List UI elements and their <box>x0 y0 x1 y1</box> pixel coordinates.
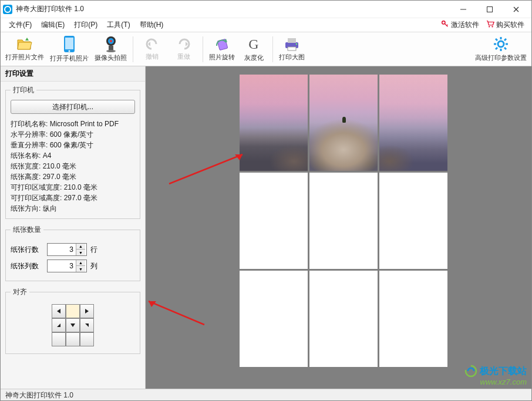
key-icon <box>441 20 449 30</box>
activate-link[interactable]: 激活软件 <box>437 19 483 31</box>
svg-line-31 <box>496 48 497 49</box>
menubar: 文件(F) 编辑(E) 打印(P) 工具(T) 帮助(H) 激活软件 购买软件 <box>1 18 531 32</box>
open-phone-button[interactable]: 打开手机照片 <box>48 33 91 65</box>
redo-button[interactable]: 重做 <box>169 33 199 65</box>
align-center[interactable] <box>66 304 80 318</box>
hres-label: 水平分辨率: <box>11 130 48 139</box>
grayscale-button[interactable]: G 灰度化 <box>238 33 269 65</box>
cols-spin-up[interactable]: ▲ <box>76 260 85 266</box>
align-empty-2[interactable] <box>66 332 80 346</box>
rows-spin-down[interactable]: ▼ <box>76 250 85 255</box>
select-printer-button[interactable]: 选择打印机... <box>11 100 135 114</box>
rotate-label: 照片旋转 <box>209 53 235 62</box>
pages-legend: 纸张数量 <box>11 225 43 235</box>
camera-label: 摄像头拍照 <box>95 53 127 62</box>
camera-button[interactable]: 摄像头拍照 <box>92 33 129 65</box>
menu-edit[interactable]: 编辑(E) <box>36 19 69 31</box>
svg-marker-35 <box>149 301 156 307</box>
close-button[interactable] <box>503 1 529 18</box>
align-empty-1[interactable] <box>52 332 66 346</box>
page-grid <box>240 75 447 367</box>
rows-input[interactable] <box>48 244 76 255</box>
buy-link[interactable]: 购买软件 <box>483 19 528 31</box>
menu-help[interactable]: 帮助(H) <box>135 19 169 31</box>
redo-label: 重做 <box>177 52 190 61</box>
advanced-settings-button[interactable]: 高级打印参数设置 <box>473 33 529 65</box>
pheight-value: 297.0 毫米 <box>43 173 76 181</box>
undo-icon <box>144 37 160 51</box>
camera-icon <box>103 36 119 52</box>
orient-value: 纵向 <box>43 204 57 213</box>
undo-label: 撤销 <box>146 52 159 61</box>
align-down-left[interactable] <box>52 318 66 332</box>
vres-value: 600 像素/英寸 <box>50 141 94 149</box>
photo-tile <box>379 75 447 171</box>
grayscale-label: 灰度化 <box>244 53 264 62</box>
menu-tools[interactable]: 工具(T) <box>102 19 134 31</box>
svg-line-6 <box>447 25 448 26</box>
page-tile[interactable] <box>240 271 308 367</box>
page-tile[interactable] <box>379 173 447 269</box>
print-big-button[interactable]: 打印大图 <box>277 33 307 65</box>
align-empty-3[interactable] <box>80 332 94 346</box>
page-tile[interactable] <box>309 271 378 367</box>
align-right[interactable] <box>80 304 94 318</box>
rows-spin-up[interactable]: ▲ <box>76 244 85 250</box>
statusbar-text: 神奇大图打印软件 1.0 <box>5 390 73 400</box>
align-down-right[interactable] <box>80 318 94 332</box>
printer-fieldset: 打印机 选择打印机... 打印机名称: Microsoft Print to P… <box>5 85 140 219</box>
page-tile[interactable] <box>309 173 378 269</box>
svg-rect-21 <box>288 47 296 50</box>
page-tile[interactable] <box>379 271 447 367</box>
window-title: 神奇大图打印软件 1.0 <box>16 4 84 14</box>
page-tile[interactable] <box>240 75 308 171</box>
menu-file[interactable]: 文件(F) <box>4 19 36 31</box>
minimize-button[interactable] <box>450 1 476 18</box>
area-h-label: 可打印区域高度: <box>11 194 62 202</box>
align-down[interactable] <box>66 318 80 332</box>
rows-label: 纸张行数 <box>11 245 43 255</box>
menu-print[interactable]: 打印(P) <box>69 19 102 31</box>
open-file-button[interactable]: 打开照片文件 <box>3 33 46 65</box>
orient-label: 纸张方向: <box>11 204 41 213</box>
cols-input[interactable] <box>48 260 76 272</box>
svg-rect-15 <box>109 46 113 50</box>
paper-label: 纸张名称: <box>11 151 41 160</box>
svg-line-28 <box>496 39 497 41</box>
rows-spinner[interactable]: ▲ ▼ <box>47 243 87 256</box>
cols-spin-down[interactable]: ▼ <box>76 266 85 272</box>
toolbar: 打开照片文件 打开手机照片 摄像头拍照 撤销 重做 照片旋转 G <box>1 32 531 66</box>
photo-tile <box>240 75 308 171</box>
svg-rect-1 <box>487 6 492 12</box>
svg-line-32 <box>169 154 243 184</box>
undo-button[interactable]: 撤销 <box>137 33 167 65</box>
maximize-button[interactable] <box>476 1 503 18</box>
page-tile[interactable] <box>309 75 378 171</box>
open-phone-label: 打开手机照片 <box>50 54 89 63</box>
printer-legend: 打印机 <box>11 85 36 95</box>
activate-label: 激活软件 <box>451 20 479 30</box>
page-tile[interactable] <box>240 173 308 269</box>
titlebar: 神奇大图打印软件 1.0 <box>1 1 531 18</box>
rotate-button[interactable]: 照片旋转 <box>207 33 237 65</box>
page-tile[interactable] <box>379 75 447 171</box>
svg-line-29 <box>504 48 506 49</box>
svg-point-8 <box>491 26 493 27</box>
sidebar-header: 打印设置 <box>1 66 145 82</box>
gear-icon <box>493 36 509 52</box>
cart-icon <box>486 20 494 30</box>
cols-spinner[interactable]: ▲ ▼ <box>47 260 87 272</box>
open-file-label: 打开照片文件 <box>5 53 44 62</box>
align-left[interactable] <box>52 304 66 318</box>
print-big-label: 打印大图 <box>279 53 305 62</box>
align-legend: 对齐 <box>11 287 29 297</box>
sidebar: 打印设置 打印机 选择打印机... 打印机名称: Microsoft Print… <box>1 66 146 389</box>
svg-rect-20 <box>288 38 296 43</box>
grayscale-icon: G <box>247 36 261 52</box>
statusbar: 神奇大图打印软件 1.0 <box>1 389 531 401</box>
pheight-label: 纸张高度: <box>11 173 41 181</box>
cols-suffix: 列 <box>90 261 97 271</box>
canvas-area[interactable] <box>146 66 531 389</box>
toolbar-separator <box>272 36 273 62</box>
rotate-icon <box>214 36 230 52</box>
